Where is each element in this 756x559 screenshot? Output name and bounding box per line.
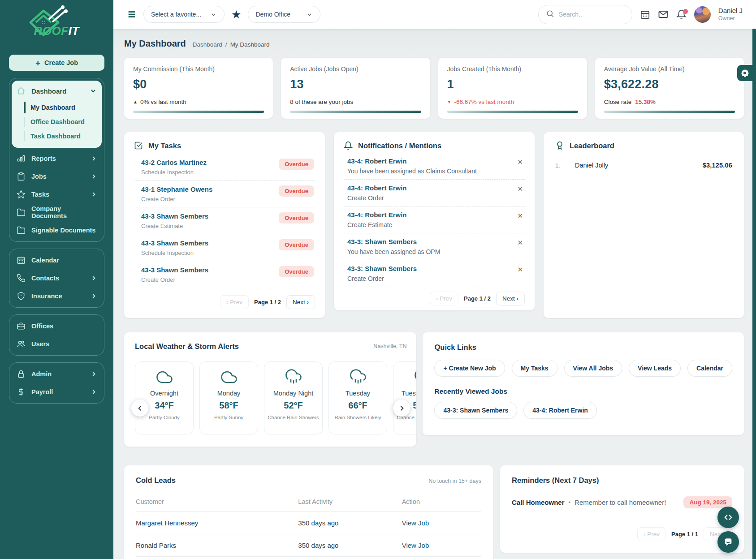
- notification-job-link[interactable]: 43-4: Robert Erwin: [347, 157, 510, 165]
- sidebar-item-insurance[interactable]: Insurance: [12, 287, 102, 305]
- notification-row[interactable]: 43-4: Robert Erwin Create Estimate ✕: [344, 206, 525, 233]
- task-job-link[interactable]: 43-1 Stephanie Owens: [141, 185, 212, 193]
- sidebar-item-task-dashboard[interactable]: Task Dashboard: [24, 129, 102, 143]
- reminders-pagination: ‹ Prev Page 1 / 1 Next ›: [512, 527, 732, 541]
- prev-page-button[interactable]: ‹ Prev: [637, 527, 666, 541]
- close-icon[interactable]: ✕: [517, 266, 523, 273]
- sidebar-item-dashboard[interactable]: Dashboard: [12, 82, 102, 100]
- prev-page-button[interactable]: ‹ Prev: [220, 295, 249, 309]
- recent-job-button[interactable]: 43-4: Robert Erwin: [523, 402, 597, 419]
- my-tasks-button[interactable]: My Tasks: [512, 360, 557, 377]
- search-input[interactable]: [559, 11, 625, 18]
- weather-quicklinks-row: Local Weather & Storm Alerts Nashville, …: [124, 332, 744, 447]
- sidebar-item-office-dashboard[interactable]: Office Dashboard: [24, 115, 102, 129]
- chevron-right-icon: [91, 191, 97, 198]
- recent-job-button[interactable]: 43-3: Shawn Sembers: [434, 402, 517, 419]
- settings-gear-tab[interactable]: [737, 65, 752, 81]
- sidebar-item-jobs[interactable]: Jobs: [12, 168, 102, 185]
- mail-icon[interactable]: [658, 9, 669, 20]
- create-job-button[interactable]: + Create Job: [9, 55, 104, 71]
- breadcrumb: Dashboard / My Dashboard: [193, 41, 270, 48]
- task-row[interactable]: 43-2 Carlos MartinezSchedule Inspection …: [134, 154, 315, 181]
- lead-customer: Ronald Parks: [136, 534, 298, 557]
- notification-job-link[interactable]: 43-4: Robert Erwin: [347, 184, 510, 192]
- calendar-icon[interactable]: [640, 9, 650, 20]
- favorite-select[interactable]: Select a favorite...: [143, 6, 225, 23]
- overdue-badge: Overdue: [279, 185, 314, 197]
- user-name: Daniel J: [718, 7, 743, 15]
- code-widget-button[interactable]: [717, 507, 739, 528]
- user-avatar[interactable]: [694, 6, 711, 23]
- cold-leads-note: No touch in 15+ days: [428, 478, 481, 484]
- cold-leads-card: Cold Leads No touch in 15+ days Customer…: [124, 465, 493, 559]
- sidebar-item-admin[interactable]: Admin: [12, 365, 102, 383]
- leaderboard-row: 1. Daniel Jolly $3,125.06: [555, 162, 732, 169]
- cloud-rain-icon: [396, 369, 416, 385]
- app-window: ROOFIT + Create Job Dashboard: [0, 0, 756, 559]
- next-page-button[interactable]: Next ›: [496, 292, 525, 305]
- sidebar-item-reports[interactable]: Reports: [12, 150, 102, 168]
- notification-row[interactable]: 43-4: Robert Erwin Create Order ✕: [344, 180, 525, 206]
- task-job-link[interactable]: 43-3 Shawn Sembers: [141, 239, 208, 247]
- bell-icon[interactable]: [676, 9, 687, 20]
- chat-widget-button[interactable]: [717, 531, 739, 553]
- sidebar-item-calendar[interactable]: Calendar: [12, 251, 102, 269]
- column-header-last-activity: Last Activity: [298, 493, 402, 512]
- close-icon[interactable]: ✕: [517, 185, 523, 192]
- view-leads-button[interactable]: View Leads: [629, 360, 681, 377]
- close-icon[interactable]: ✕: [517, 212, 523, 219]
- brand-logo[interactable]: ROOFIT: [9, 0, 104, 44]
- sidebar-item-my-dashboard[interactable]: My Dashboard: [24, 100, 102, 115]
- task-row[interactable]: 43-1 Stephanie OwensCreate Order Overdue: [134, 181, 315, 207]
- cloud-icon: [138, 369, 190, 385]
- carousel-left-button[interactable]: [131, 400, 148, 417]
- page-indicator: Page 1 / 2: [254, 299, 281, 305]
- sidebar-item-tasks[interactable]: Tasks: [12, 185, 102, 203]
- view-all-jobs-button[interactable]: View All Jobs: [564, 360, 622, 377]
- overdue-badge: Overdue: [279, 159, 314, 170]
- column-header-action: Action: [402, 493, 481, 512]
- notification-row[interactable]: 43-4: Robert Erwin You have been assigne…: [344, 153, 525, 180]
- sidebar-item-payroll[interactable]: Payroll: [12, 383, 102, 401]
- view-job-link[interactable]: View Job: [402, 519, 429, 527]
- task-row[interactable]: 43-3 Shawn SembersSchedule Inspection Ov…: [134, 234, 315, 261]
- weather-tile: Overnight 34°F Partly Cloudy: [135, 361, 194, 434]
- create-new-job-button[interactable]: + Create New Job: [434, 360, 505, 377]
- gear-icon: [742, 70, 748, 76]
- task-row[interactable]: 43-3 Shawn SembersCreate Estimate Overdu…: [134, 207, 315, 234]
- task-job-link[interactable]: 43-3 Shawn Sembers: [141, 266, 208, 274]
- chevron-down-icon: [210, 11, 217, 18]
- view-job-link[interactable]: View Job: [402, 542, 429, 549]
- notification-job-link[interactable]: 43-4: Robert Erwin: [347, 211, 510, 219]
- sidebar-item-company-documents[interactable]: Company Documents: [12, 203, 102, 221]
- scrollbar[interactable]: [752, 29, 756, 559]
- search-box: [538, 5, 632, 24]
- notification-job-link[interactable]: 43-3: Shawn Sembers: [347, 238, 510, 245]
- breadcrumb-root[interactable]: Dashboard: [193, 41, 222, 48]
- close-icon[interactable]: ✕: [517, 159, 523, 165]
- chevron-right-icon: [91, 389, 97, 395]
- task-row[interactable]: 43-3 Shawn SembersCreate Order Overdue: [134, 261, 315, 288]
- task-job-link[interactable]: 43-2 Carlos Martinez: [141, 159, 207, 166]
- notification-row[interactable]: 43-3: Shawn Sembers Create Order ✕: [344, 260, 525, 287]
- favorite-star-icon[interactable]: ★: [231, 9, 241, 20]
- sidebar-item-signable-documents[interactable]: Signable Documents: [12, 221, 102, 239]
- office-select[interactable]: Demo Office: [248, 6, 320, 23]
- close-icon[interactable]: ✕: [517, 239, 523, 246]
- next-page-button[interactable]: Next ›: [286, 295, 315, 309]
- user-meta[interactable]: Daniel J Owner: [718, 7, 743, 22]
- home-icon: [17, 86, 26, 95]
- sidebar-item-contacts[interactable]: Contacts: [12, 269, 102, 287]
- prev-page-button[interactable]: ‹ Prev: [430, 292, 458, 305]
- sidebar-item-users[interactable]: Users: [12, 335, 102, 353]
- notification-row[interactable]: 43-3: Shawn Sembers You have been assign…: [344, 233, 525, 260]
- weather-tiles: Overnight 34°F Partly Cloudy Monday 58°F…: [135, 361, 416, 434]
- task-job-link[interactable]: 43-3 Shawn Sembers: [141, 212, 208, 220]
- sidebar-item-offices[interactable]: Offices: [12, 317, 102, 335]
- leaderboard-name: Daniel Jolly: [575, 162, 608, 169]
- phone-icon: [17, 274, 26, 283]
- weather-card: Local Weather & Storm Alerts Nashville, …: [124, 332, 416, 447]
- notification-job-link[interactable]: 43-3: Shawn Sembers: [347, 265, 510, 272]
- calendar-button[interactable]: Calendar: [687, 360, 732, 377]
- hamburger-menu-icon[interactable]: [127, 9, 137, 19]
